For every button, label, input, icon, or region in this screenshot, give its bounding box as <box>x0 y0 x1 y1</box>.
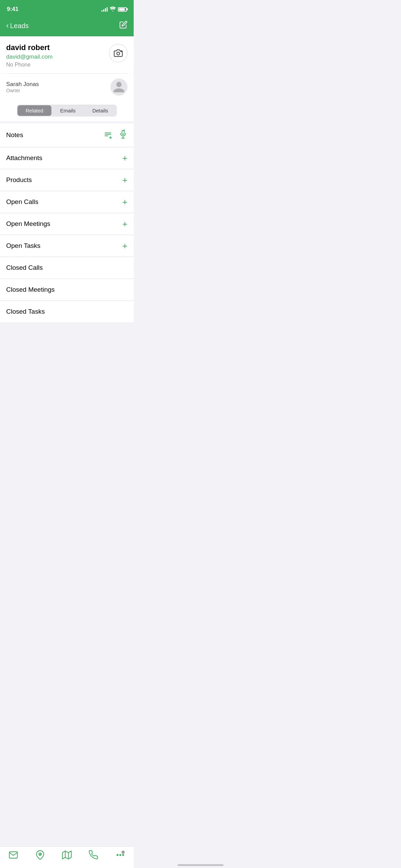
add-product-button[interactable]: + <box>122 176 127 184</box>
list-item: Notes <box>0 123 134 147</box>
add-text-note-button[interactable] <box>104 131 112 140</box>
closed-calls-label: Closed Calls <box>6 264 43 272</box>
profile-section: david robert david@gmail.com No Phone <box>0 36 134 73</box>
list-item: Closed Tasks <box>0 301 134 322</box>
open-meetings-actions: + <box>122 219 127 228</box>
signal-icon <box>101 7 108 12</box>
status-bar: 9:41 <box>0 0 134 17</box>
back-chevron-icon: ‹ <box>6 21 9 30</box>
profile-name: david robert <box>6 43 109 52</box>
tab-emails[interactable]: Emails <box>52 105 84 116</box>
products-actions: + <box>122 176 127 184</box>
profile-phone: No Phone <box>6 62 109 68</box>
wifi-icon <box>110 7 116 12</box>
notes-actions <box>104 130 127 141</box>
svg-rect-5 <box>122 130 124 134</box>
closed-tasks-label: Closed Tasks <box>6 308 45 315</box>
avatar <box>110 79 127 96</box>
open-meetings-label: Open Meetings <box>6 220 50 228</box>
add-attachment-button[interactable]: + <box>122 154 127 162</box>
list-item: Products + <box>0 169 134 191</box>
tab-group: Related Emails Details <box>17 105 117 117</box>
nav-bar: ‹ Leads <box>0 17 134 36</box>
back-button[interactable]: ‹ Leads <box>6 21 29 30</box>
attachments-actions: + <box>122 154 127 162</box>
owner-info: Sarah Jonas Owner <box>6 81 110 93</box>
add-call-button[interactable]: + <box>122 197 127 206</box>
open-tasks-label: Open Tasks <box>6 242 40 250</box>
list-item: Closed Meetings <box>0 279 134 300</box>
profile-email[interactable]: david@gmail.com <box>6 53 109 60</box>
products-label: Products <box>6 176 32 184</box>
nav-title: Leads <box>10 22 29 30</box>
battery-icon <box>118 7 127 12</box>
profile-info: david robert david@gmail.com No Phone <box>6 43 109 68</box>
add-voice-note-button[interactable] <box>119 130 127 141</box>
svg-point-0 <box>117 52 120 55</box>
tab-related[interactable]: Related <box>17 105 52 116</box>
list-item: Open Tasks + <box>0 235 134 256</box>
owner-section: Sarah Jonas Owner <box>0 74 134 101</box>
camera-icon <box>114 49 123 58</box>
list-item: Attachments + <box>0 147 134 169</box>
person-icon <box>112 81 125 94</box>
tab-bar: Related Emails Details <box>0 101 134 121</box>
related-list: Notes Att <box>0 121 134 322</box>
open-calls-actions: + <box>122 197 127 206</box>
owner-name: Sarah Jonas <box>6 81 110 88</box>
status-icons <box>101 7 127 12</box>
closed-meetings-label: Closed Meetings <box>6 286 55 293</box>
edit-button[interactable] <box>119 21 127 31</box>
status-time: 9:41 <box>7 6 19 13</box>
open-tasks-actions: + <box>122 241 127 250</box>
list-item: Open Calls + <box>0 191 134 213</box>
add-task-button[interactable]: + <box>122 241 127 250</box>
list-item: Open Meetings + <box>0 213 134 234</box>
owner-role: Owner <box>6 88 110 93</box>
list-item: Closed Calls <box>0 257 134 278</box>
notes-label: Notes <box>6 131 23 139</box>
tab-details[interactable]: Details <box>84 105 116 116</box>
attachments-label: Attachments <box>6 154 42 162</box>
add-meeting-button[interactable]: + <box>122 219 127 228</box>
open-calls-label: Open Calls <box>6 198 38 206</box>
add-photo-button[interactable] <box>109 44 127 62</box>
